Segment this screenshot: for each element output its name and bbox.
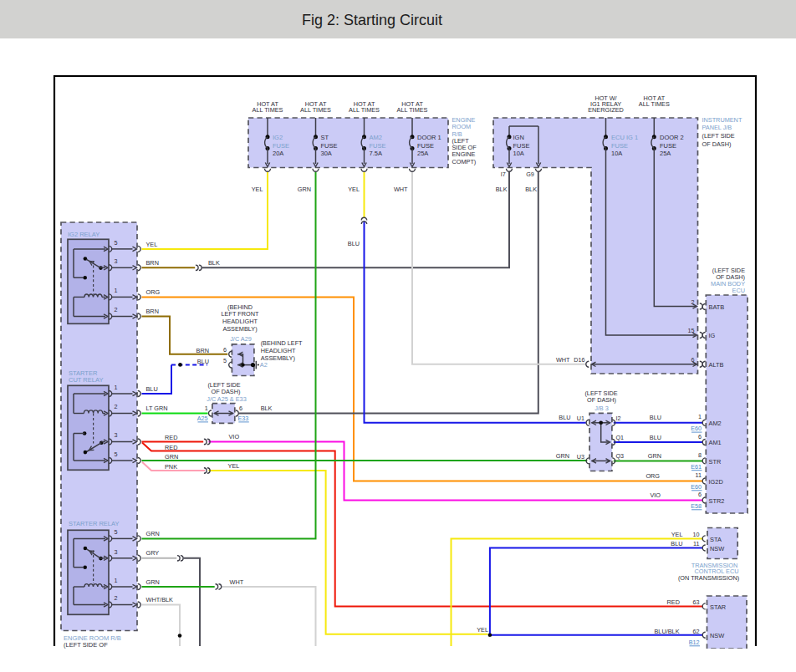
svg-text:WHT: WHT [230,578,244,586]
svg-text:RED: RED [165,434,177,441]
svg-text:1: 1 [115,287,118,294]
svg-text:GRN: GRN [146,530,160,537]
svg-text:ALL TIMES: ALL TIMES [253,106,283,114]
svg-text:BLU: BLU [650,434,661,441]
svg-text:STA: STA [710,536,722,543]
svg-text:LT GRN: LT GRN [146,405,168,412]
svg-text:11: 11 [693,540,699,547]
svg-text:IG: IG [709,332,716,339]
svg-text:BLU: BLU [348,240,360,247]
svg-text:NSW: NSW [710,632,724,639]
svg-text:ALL TIMES: ALL TIMES [300,106,331,114]
svg-text:3: 3 [115,257,118,265]
svg-text:BLU: BLU [671,540,682,547]
svg-text:ORG: ORG [146,288,161,296]
svg-text:IGN: IGN [513,134,524,141]
svg-text:A2: A2 [260,361,268,369]
svg-text:E61: E61 [691,463,702,471]
svg-text:BLU: BLU [559,414,570,421]
svg-text:YEL: YEL [228,462,240,470]
svg-text:BLK: BLK [496,186,508,193]
svg-text:6: 6 [691,356,695,364]
svg-text:WHT/BLK: WHT/BLK [146,596,174,603]
svg-text:15: 15 [688,327,695,334]
svg-text:STAR: STAR [710,603,726,611]
svg-text:VIO: VIO [229,433,240,440]
svg-text:STR: STR [709,458,722,466]
svg-text:ALL TIMES: ALL TIMES [349,106,380,114]
svg-text:IG2D: IG2D [709,478,723,486]
svg-text:6: 6 [698,491,702,498]
svg-text:RED: RED [667,598,680,606]
svg-text:FUSE: FUSE [611,142,628,150]
svg-text:OF DASH): OF DASH) [702,140,732,148]
svg-text:I2: I2 [616,415,621,422]
svg-text:WHT: WHT [394,186,408,193]
svg-text:FUSE: FUSE [660,142,676,150]
svg-text:5: 5 [223,357,227,364]
svg-text:ALL TIMES: ALL TIMES [639,100,670,108]
svg-text:(BEHIND LEFT: (BEHIND LEFT [261,339,303,347]
svg-text:WHT: WHT [556,356,570,364]
svg-text:IG2: IG2 [273,134,283,141]
svg-text:FUSE: FUSE [370,142,386,150]
svg-text:10A: 10A [513,150,524,157]
svg-text:U1: U1 [577,415,584,422]
svg-text:G9: G9 [526,171,534,178]
svg-text:ORG: ORG [645,472,660,480]
svg-text:YEL: YEL [146,241,158,248]
svg-text:INSTRUMENT: INSTRUMENT [702,116,742,124]
svg-text:CUT RELAY: CUT RELAY [69,376,103,384]
svg-text:J/B 3: J/B 3 [594,405,609,412]
svg-text:AM2: AM2 [370,134,382,141]
svg-text:IG2 RELAY: IG2 RELAY [68,231,100,238]
svg-text:ALL TIMES: ALL TIMES [397,106,428,114]
svg-text:FUSE: FUSE [513,142,530,150]
svg-text:BRN: BRN [196,347,209,354]
svg-text:1: 1 [115,384,118,391]
svg-text:10A: 10A [611,150,622,157]
svg-text:30A: 30A [321,150,332,157]
svg-text:YEL: YEL [477,626,488,634]
svg-text:2: 2 [115,306,118,313]
svg-text:(LEFT SIDE: (LEFT SIDE [207,381,240,389]
svg-text:63: 63 [693,598,700,606]
svg-text:5: 5 [115,239,118,247]
svg-text:3: 3 [115,548,118,556]
svg-text:3: 3 [115,431,118,439]
svg-text:1: 1 [205,405,208,412]
svg-text:COMPT): COMPT) [452,158,477,165]
svg-text:HEADLIGHT: HEADLIGHT [222,318,258,325]
svg-text:J/C A25 & E33: J/C A25 & E33 [207,395,246,403]
svg-text:GRN: GRN [298,186,311,193]
svg-text:DOOR 1: DOOR 1 [417,134,441,141]
svg-text:5: 5 [115,451,118,458]
svg-text:E58: E58 [691,502,702,510]
svg-text:YEL: YEL [348,186,360,193]
svg-text:6: 6 [698,433,702,440]
svg-text:BRN: BRN [146,259,159,267]
svg-text:(ON TRANSMISSION): (ON TRANSMISSION) [678,574,739,582]
svg-text:DOOR 2: DOOR 2 [660,134,684,141]
svg-text:YEL: YEL [671,531,683,538]
svg-text:BLU: BLU [197,358,209,365]
svg-text:FUSE: FUSE [321,142,338,150]
svg-text:ST: ST [321,134,329,141]
svg-text:6: 6 [223,346,227,354]
svg-text:RED: RED [165,444,177,451]
svg-text:B12: B12 [689,639,700,646]
svg-text:25A: 25A [660,150,671,157]
svg-text:D16: D16 [574,356,584,364]
svg-text:STR2: STR2 [709,497,725,505]
svg-text:AM1: AM1 [709,439,722,446]
svg-text:1: 1 [698,413,702,420]
svg-text:E33: E33 [238,415,249,422]
svg-text:GRN: GRN [556,452,569,460]
svg-text:LEFT FRONT: LEFT FRONT [222,310,259,318]
svg-text:BATB: BATB [709,303,725,311]
svg-text:VIO: VIO [650,491,661,499]
svg-text:PNK: PNK [165,463,177,471]
svg-text:BLK: BLK [261,405,273,412]
svg-text:GRN: GRN [165,453,178,461]
svg-text:GRN: GRN [146,578,160,586]
